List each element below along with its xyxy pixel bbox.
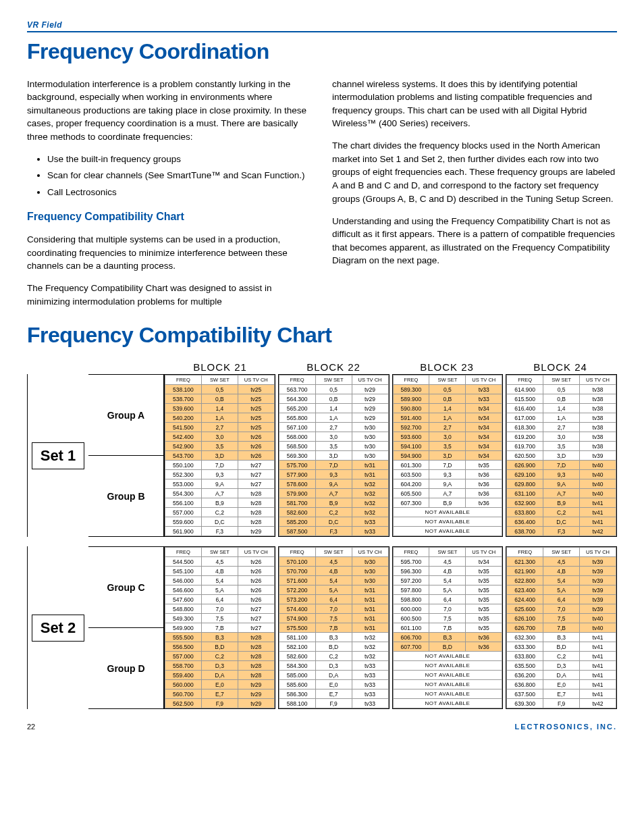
swset-cell: E,7 (201, 689, 238, 699)
swset-cell: C,2 (201, 508, 238, 517)
swset-cell: 0,5 (201, 385, 238, 394)
freq-row: 631.100A,7tv40 (507, 489, 616, 498)
freq-row: NOT AVAILABLE (393, 508, 502, 517)
tvch-cell: tv38 (580, 404, 616, 413)
freq-row: 633.800C,2tv41 (507, 652, 616, 661)
swset-cell: 7,5 (543, 614, 580, 623)
freq-row: 569.3003,Dtv30 (279, 451, 388, 461)
body-paragraph: Considering that multiple systems can be… (27, 233, 312, 273)
swset-cell: 4,5 (315, 557, 352, 567)
col-head: US TV CH (238, 375, 274, 385)
left-column: Intermodulation interference is a proble… (27, 68, 312, 317)
not-available-cell: NOT AVAILABLE (393, 652, 502, 661)
freq-row: 603.5009,3tv36 (393, 470, 502, 479)
tvch-cell: tv34 (466, 404, 502, 413)
freq-row: 549.9007,Btv27 (165, 623, 275, 633)
tvch-cell: tv29 (352, 394, 388, 404)
set-2-wrap: Set 2 Group C Group D FREQSW SETUS TV CH… (27, 546, 617, 709)
tvch-cell: tv33 (352, 680, 388, 689)
tvch-cell: tv41 (580, 652, 616, 661)
swset-cell: 9,A (315, 479, 352, 489)
freq-cell: 625.600 (507, 604, 543, 614)
swset-cell: 4,B (543, 567, 580, 576)
freq-row: 595.7004,5tv34 (393, 557, 502, 567)
freq-cell: 552.300 (165, 470, 202, 479)
freq-cell: 579.900 (279, 489, 315, 498)
tvch-cell: tv34 (466, 451, 502, 461)
tvch-cell: tv28 (238, 633, 274, 642)
freq-row: NOT AVAILABLE (393, 680, 502, 689)
freq-row: 546.6005,Atv26 (165, 585, 275, 595)
freq-row: 582.600C,2tv32 (279, 652, 388, 661)
tvch-cell: tv26 (238, 442, 274, 451)
swset-cell: A,7 (315, 489, 352, 498)
not-available-cell: NOT AVAILABLE (393, 508, 502, 517)
col-head: SW SET (429, 548, 466, 557)
swset-cell: 0,5 (429, 385, 466, 394)
freq-cell: 623.400 (507, 585, 543, 595)
tvch-cell: tv42 (580, 699, 616, 708)
swset-cell: 2,7 (315, 423, 352, 432)
freq-row: 584.300D,3tv33 (279, 661, 388, 671)
freq-cell: 582.600 (279, 652, 315, 661)
page-header-label: VR Field (27, 20, 617, 32)
tvch-cell: tv33 (352, 689, 388, 699)
tvch-cell: tv28 (238, 498, 274, 508)
swset-cell: 7,D (429, 461, 466, 470)
tvch-cell: tv33 (352, 517, 388, 527)
freq-row: 565.8001,Atv29 (279, 413, 388, 423)
tvch-cell: tv39 (580, 585, 616, 595)
freq-cell: 606.700 (393, 633, 429, 642)
tvch-cell: tv36 (466, 489, 502, 498)
freq-cell: 573.200 (279, 595, 315, 604)
freq-row: 632.300B,3tv41 (507, 633, 616, 642)
freq-cell: 565.200 (279, 404, 315, 413)
swset-cell: 9,3 (315, 470, 352, 479)
swset-cell: E,7 (543, 689, 580, 699)
swset-cell: D,3 (315, 661, 352, 671)
freq-cell: 577.900 (279, 470, 315, 479)
freq-cell: 569.300 (279, 451, 315, 461)
swset-cell: C,2 (315, 508, 352, 517)
swset-cell: 0,B (543, 394, 580, 404)
freq-row: 614.9000,5tv38 (507, 385, 616, 394)
body-paragraph: The chart divides the frequency blocks u… (332, 139, 617, 205)
swset-cell: 3,5 (315, 442, 352, 451)
tvch-cell: tv30 (352, 451, 388, 461)
freq-row: 582.600C,2tv32 (279, 508, 388, 517)
tvch-cell: tv32 (352, 508, 388, 517)
tvch-cell: tv41 (580, 498, 616, 508)
tvch-cell: tv36 (466, 479, 502, 489)
swset-cell: F,9 (543, 699, 580, 708)
freq-row: 621.3004,5tv39 (507, 557, 616, 567)
freq-cell: 607.300 (393, 498, 429, 508)
intro-paragraph: Intermodulation interference is a proble… (27, 78, 312, 144)
swset-cell: 0,5 (315, 385, 352, 394)
freq-row: 542.4003,0tv26 (165, 432, 275, 442)
freq-cell: 581.100 (279, 633, 315, 642)
not-available-cell: NOT AVAILABLE (393, 689, 502, 699)
swset-cell: D,A (201, 671, 238, 680)
swset-cell: A,7 (429, 489, 466, 498)
tvch-cell: tv41 (580, 508, 616, 517)
freq-cell: 564.300 (279, 394, 315, 404)
swset-cell: 3,0 (315, 432, 352, 442)
swset-cell: 7,B (429, 623, 466, 633)
freq-cell: 557.000 (165, 508, 202, 517)
tvch-cell: tv31 (352, 614, 388, 623)
col-head: FREQ (279, 375, 315, 385)
swset-cell: 5,4 (315, 576, 352, 585)
swset-cell: 9,3 (543, 470, 580, 479)
tvch-cell: tv30 (352, 557, 388, 567)
freq-row: 581.700B,9tv32 (279, 498, 388, 508)
freq-row: 622.8005,4tv39 (507, 576, 616, 585)
swset-cell: C,2 (315, 652, 352, 661)
tvch-cell: tv28 (238, 671, 274, 680)
col-head: FREQ (279, 548, 315, 557)
freq-cell: 547.600 (165, 595, 202, 604)
freq-row: 568.0003,0tv30 (279, 432, 388, 442)
freq-row: 594.9003,Dtv34 (393, 451, 502, 461)
freq-cell: 538.700 (165, 394, 202, 404)
freq-row: 629.8009,Atv40 (507, 479, 616, 489)
freq-cell: 592.700 (393, 423, 429, 432)
